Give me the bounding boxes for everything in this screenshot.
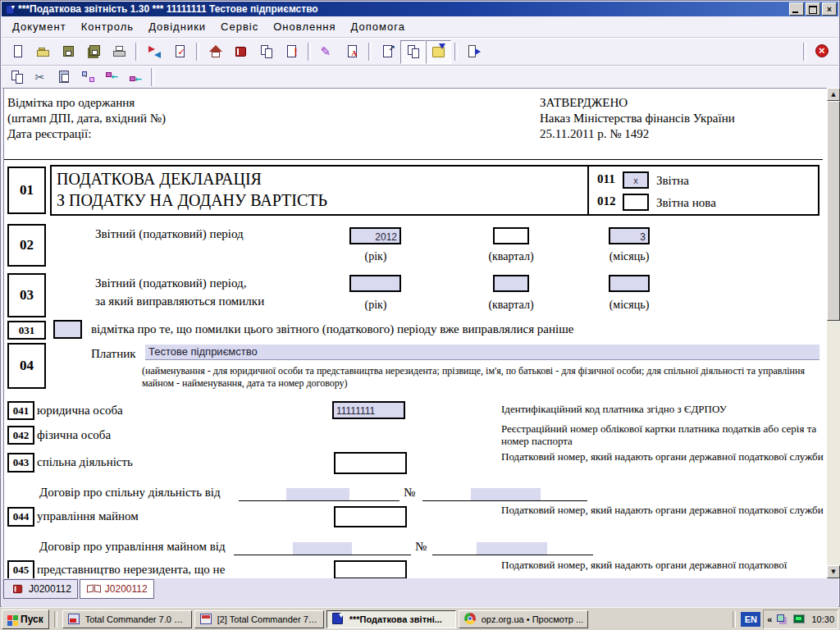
window-bottom-strip bbox=[2, 600, 838, 607]
verify-document-button[interactable] bbox=[167, 40, 193, 64]
edrpou-code-field[interactable]: 11111111 bbox=[332, 401, 405, 419]
joint-contract-date-field[interactable] bbox=[286, 488, 349, 500]
app-window: ***Податкова звітність 1.30 *** 11111111… bbox=[0, 0, 840, 607]
menu-help[interactable]: Допомога bbox=[344, 18, 413, 35]
exit-button[interactable] bbox=[461, 40, 486, 64]
save-button[interactable] bbox=[56, 40, 81, 64]
row04-number: 04 bbox=[7, 343, 46, 389]
row031-checkbox[interactable] bbox=[53, 320, 82, 339]
taskbar-button-tax-app[interactable]: ***Податкова звітні... bbox=[326, 610, 456, 628]
menu-service[interactable]: Сервіс bbox=[213, 18, 266, 35]
browser-icon bbox=[463, 611, 479, 628]
report-year-field[interactable]: 2012 bbox=[349, 227, 401, 244]
correction-quarter-field[interactable] bbox=[493, 275, 529, 292]
registers-book-icon bbox=[233, 43, 249, 60]
row045-note: Податковий номер, який надають органи де… bbox=[501, 559, 828, 571]
joint-activity-number-field[interactable] bbox=[334, 452, 407, 474]
toolbar-separator bbox=[368, 43, 372, 61]
tab-declaration[interactable]: J0200112 bbox=[3, 579, 78, 599]
taskbar-button-total-commander-2[interactable]: [2] Total Commander 7.5... bbox=[194, 610, 324, 628]
payer-name-field[interactable]: Тестове підприємство bbox=[145, 345, 819, 360]
nonresident-number-field[interactable] bbox=[334, 560, 407, 579]
scroll-thumb[interactable] bbox=[827, 101, 840, 321]
payer-note: (найменування - для юридичної особи та п… bbox=[142, 365, 819, 390]
save-icon bbox=[61, 43, 77, 60]
menu-update[interactable]: Оновлення bbox=[266, 18, 343, 35]
vertical-scrollbar[interactable]: ▲ ▼ bbox=[827, 88, 840, 578]
property-mgmt-number-field[interactable] bbox=[334, 506, 407, 527]
close-icon: × bbox=[827, 5, 832, 14]
windows-logo-icon bbox=[5, 613, 18, 626]
minimize-button[interactable] bbox=[789, 2, 804, 16]
document-tabs: J0200112 J0200112 bbox=[2, 578, 838, 601]
option-012-checkbox[interactable] bbox=[623, 194, 649, 211]
tray-windows-icon[interactable] bbox=[774, 611, 791, 628]
print-report-button[interactable] bbox=[340, 40, 365, 64]
document-alert-button[interactable] bbox=[279, 40, 304, 64]
language-indicator[interactable]: EN bbox=[741, 612, 760, 627]
row044-note: Податковий номер, який надають органи де… bbox=[501, 504, 828, 516]
scroll-down-button[interactable]: ▼ bbox=[827, 565, 840, 578]
row042-note: Реєстраційний номер облікової картки пла… bbox=[501, 422, 828, 447]
row043-number: 043 bbox=[7, 453, 34, 472]
scroll-up-button[interactable]: ▲ bbox=[827, 88, 840, 101]
row045-number: 045 bbox=[7, 560, 34, 579]
taskbar-button-browser[interactable]: opz.org.ua • Просмотр ... bbox=[459, 610, 588, 628]
tray-collapse-chevron[interactable]: « bbox=[767, 614, 772, 624]
properties-button[interactable] bbox=[375, 40, 400, 64]
home-button[interactable] bbox=[203, 40, 228, 64]
menu-document[interactable]: Документ bbox=[5, 18, 74, 35]
delete-row-button[interactable] bbox=[124, 67, 148, 88]
copy-documents-icon bbox=[258, 43, 275, 60]
registers-button[interactable] bbox=[228, 40, 253, 64]
open-button[interactable] bbox=[30, 40, 56, 64]
save-all-button[interactable] bbox=[81, 40, 107, 64]
restore-button[interactable] bbox=[806, 2, 820, 16]
report-quarter-field[interactable] bbox=[493, 227, 529, 244]
close-red-icon bbox=[815, 43, 831, 60]
mgmt-contract-date-field[interactable] bbox=[293, 542, 352, 555]
start-button[interactable]: Пуск bbox=[2, 609, 49, 629]
report-month-field[interactable]: 3 bbox=[609, 227, 650, 244]
year-caption: (рік) bbox=[341, 250, 410, 263]
transfer-button[interactable] bbox=[142, 40, 167, 64]
close-button[interactable]: × bbox=[822, 2, 837, 16]
correction-year-field[interactable] bbox=[349, 275, 401, 292]
toolbar-separator bbox=[454, 43, 458, 61]
mgmt-contract-number-field[interactable] bbox=[477, 542, 547, 555]
row01-number: 01 bbox=[7, 167, 46, 214]
close-document-button[interactable] bbox=[810, 40, 835, 64]
document-alert-icon bbox=[284, 43, 300, 60]
structure-button[interactable] bbox=[76, 67, 100, 88]
tab-attachment[interactable]: J0200112 bbox=[80, 579, 154, 599]
copy-documents-button[interactable] bbox=[253, 40, 279, 64]
joint-contract-number-field[interactable] bbox=[471, 488, 541, 500]
option-012-code: 012 bbox=[597, 194, 616, 208]
notes-button[interactable] bbox=[426, 40, 451, 64]
minimize-icon bbox=[792, 11, 798, 13]
print-button[interactable] bbox=[107, 40, 132, 64]
insert-row-button[interactable] bbox=[100, 67, 124, 88]
window-title: ***Податкова звітність 1.30 *** 11111111… bbox=[18, 3, 318, 15]
attachments-button[interactable] bbox=[400, 40, 426, 64]
menu-directories[interactable]: Довідники bbox=[141, 18, 213, 35]
toolbar-separator bbox=[135, 43, 139, 61]
structure-icon bbox=[80, 69, 97, 85]
paste-button[interactable] bbox=[52, 67, 76, 88]
receipt-note-line2: (штамп ДПІ, дата, вхідний №) bbox=[7, 112, 166, 126]
tray-console-icon[interactable] bbox=[792, 611, 808, 628]
row02-label: Звітний (податковий) період bbox=[95, 227, 244, 241]
copy-button[interactable] bbox=[5, 67, 29, 88]
taskbar-button-total-commander-1[interactable]: Total Commander 7.0 pu... bbox=[62, 610, 192, 628]
sign-button[interactable] bbox=[314, 40, 340, 64]
taskbar-separator bbox=[54, 611, 57, 628]
insert-row-icon bbox=[104, 69, 121, 85]
menu-control[interactable]: Контроль bbox=[74, 18, 141, 35]
new-document-button[interactable] bbox=[5, 40, 30, 64]
cut-button[interactable] bbox=[29, 67, 52, 88]
copy-icon bbox=[9, 69, 25, 85]
correction-month-field[interactable] bbox=[609, 275, 650, 292]
row045-label: представництво нерезидента, що не bbox=[37, 563, 225, 577]
option-011-checkbox[interactable]: x bbox=[623, 171, 649, 189]
joint-contract-label: Договір про спільну діяльність від bbox=[39, 486, 221, 500]
